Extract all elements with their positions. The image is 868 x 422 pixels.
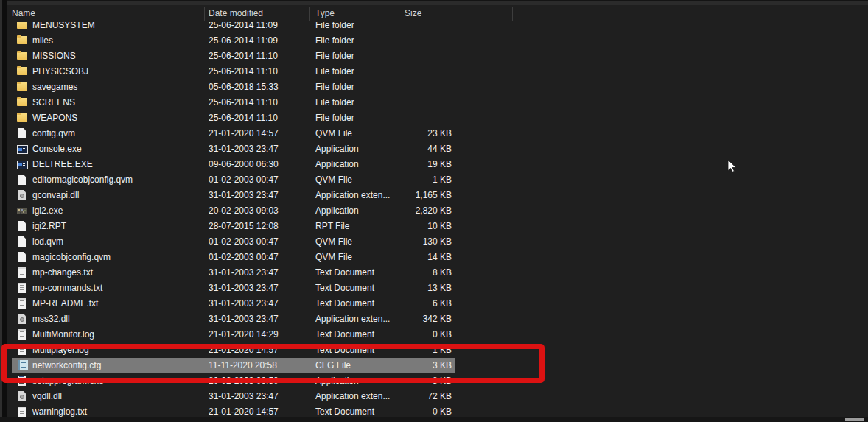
blank-file-icon: [16, 251, 28, 263]
file-row[interactable]: lod.qvm01-02-2003 00:47QVM File130 KB: [12, 234, 455, 250]
date-modified: 31-01-2003 23:47: [209, 265, 279, 281]
annotation-rectangle: [1, 344, 545, 383]
file-row[interactable]: DELTREE.EXE09-06-2000 06:30Application19…: [12, 157, 455, 172]
file-row[interactable]: PHYSICSOBJ25-06-2014 11:10File folder: [12, 64, 455, 80]
folder-icon: [16, 35, 28, 46]
blank-file-icon: [16, 174, 28, 186]
column-separator[interactable]: [309, 7, 310, 21]
text-document-icon: [16, 328, 28, 340]
file-row[interactable]: igi2.RPT28-07-2015 12:08RPT File10 KB: [12, 219, 455, 234]
file-size: [371, 33, 452, 49]
file-name: vqdll.dll: [32, 389, 62, 404]
dll-file-icon: [16, 189, 28, 201]
text-document-icon: [16, 298, 28, 309]
file-size: 44 KB: [371, 141, 452, 157]
file-row[interactable]: Console.exe31-01-2003 23:47Application44…: [12, 141, 455, 157]
file-size: 19 KB: [371, 157, 452, 172]
date-modified: 31-01-2003 23:47: [209, 389, 279, 404]
folder-icon: [16, 66, 28, 77]
file-size: 0 KB: [371, 327, 452, 342]
column-header-type-label: Type: [315, 8, 335, 18]
scrollbar-thumb[interactable]: [845, 418, 864, 421]
file-name: config.qvm: [32, 126, 75, 141]
date-modified: 09-06-2000 06:30: [209, 157, 279, 172]
text-document-icon: [16, 282, 28, 294]
file-name: igi2.RPT: [32, 219, 66, 234]
application-icon: [16, 158, 28, 170]
file-name: igi2.exe: [32, 203, 63, 219]
file-row[interactable]: MP-README.txt31-01-2003 23:47Text Docume…: [12, 296, 455, 312]
text-document-icon: [16, 267, 28, 278]
file-name: PHYSICSOBJ: [32, 64, 88, 80]
file-name: Console.exe: [32, 141, 82, 157]
file-name: WEAPONS: [32, 110, 77, 126]
column-header-name[interactable]: Name: [12, 5, 200, 22]
column-separator[interactable]: [204, 7, 205, 21]
date-modified: 25-06-2014 11:10: [209, 110, 278, 126]
file-row[interactable]: magicobjconfig.qvm01-02-2003 00:47QVM Fi…: [12, 250, 455, 265]
file-row[interactable]: mss32.dll31-01-2003 23:47Application ext…: [12, 312, 455, 327]
folder-icon: [16, 96, 28, 108]
date-modified: 28-07-2015 12:08: [209, 219, 279, 234]
date-modified: 25-06-2014 11:09: [209, 33, 278, 49]
file-size: 72 KB: [371, 389, 452, 404]
date-modified: 25-06-2014 11:10: [209, 49, 278, 64]
date-modified: 31-01-2003 23:47: [209, 141, 279, 157]
date-modified: 01-02-2003 00:47: [209, 250, 279, 265]
file-name: mp-commands.txt: [32, 281, 102, 296]
column-header-date-label: Date modified: [209, 8, 263, 18]
file-size: 1 KB: [371, 172, 452, 188]
date-modified: 25-06-2014 11:10: [209, 95, 278, 110]
file-row[interactable]: WEAPONS25-06-2014 11:10File folder: [12, 110, 455, 126]
file-row[interactable]: config.qvm21-01-2020 14:57QVM File23 KB: [12, 126, 455, 141]
column-separator[interactable]: [396, 7, 396, 21]
file-row[interactable]: gconvapi.dll31-01-2003 23:47Application …: [12, 188, 455, 203]
mouse-cursor-icon: [726, 157, 736, 172]
horizontal-scrollbar[interactable]: [0, 417, 868, 422]
date-modified: 31-01-2003 23:47: [209, 188, 279, 203]
date-modified: 01-02-2003 00:47: [209, 172, 279, 188]
file-name: MP-README.txt: [32, 296, 98, 312]
column-header-type[interactable]: Type: [315, 5, 389, 22]
file-size: 6 KB: [371, 296, 452, 312]
file-row[interactable]: MISSIONS25-06-2014 11:10File folder: [12, 49, 455, 64]
file-size: 14 KB: [371, 250, 452, 265]
column-header-name-label: Name: [12, 8, 35, 18]
file-size: 8 KB: [371, 265, 452, 281]
file-name: savegames: [32, 80, 77, 95]
file-row[interactable]: SCREENS25-06-2014 11:10File folder: [12, 95, 455, 110]
file-size: 1,165 KB: [371, 188, 452, 203]
date-modified: 31-01-2003 23:47: [209, 281, 279, 296]
file-name: MultiMonitor.log: [32, 327, 94, 342]
column-header-date-modified[interactable]: Date modified: [209, 5, 304, 22]
file-row[interactable]: editormagicobjconfig.qvm01-02-2003 00:47…: [12, 172, 455, 188]
folder-icon: [16, 50, 28, 62]
file-row[interactable]: savegames05-06-2018 15:33File folder: [12, 80, 455, 95]
file-row[interactable]: vqdll.dll31-01-2003 23:47Application ext…: [12, 389, 455, 404]
date-modified: 31-01-2003 23:47: [209, 312, 279, 327]
column-separator[interactable]: [512, 7, 513, 21]
dll-file-icon: [16, 390, 28, 402]
file-row[interactable]: mp-changes.txt31-01-2003 23:47Text Docum…: [12, 265, 455, 281]
file-name: editormagicobjconfig.qvm: [32, 172, 133, 188]
folder-icon: [16, 112, 28, 124]
file-explorer-window: Name Date modified Type Size MENUSYSTEM2…: [0, 0, 868, 422]
toolbar-bottom-strip: [0, 1, 868, 5]
file-row[interactable]: igi2.exe20-02-2003 09:03Application2,820…: [12, 203, 455, 219]
application-icon: [16, 143, 28, 155]
file-size: 10 KB: [371, 219, 452, 234]
column-separator[interactable]: [458, 7, 458, 21]
file-name: SCREENS: [32, 95, 75, 110]
file-name: lod.qvm: [32, 234, 63, 250]
file-size: 13 KB: [371, 281, 452, 296]
blank-file-icon: [16, 236, 28, 247]
file-row[interactable]: MultiMonitor.log21-01-2020 14:29Text Doc…: [12, 327, 455, 342]
file-name: MISSIONS: [32, 49, 76, 64]
file-row[interactable]: mp-commands.txt31-01-2003 23:47Text Docu…: [12, 281, 455, 296]
dll-file-icon: [16, 313, 28, 325]
file-row[interactable]: miles25-06-2014 11:09File folder: [12, 33, 455, 49]
file-size: 23 KB: [371, 126, 452, 141]
file-name: mp-changes.txt: [32, 265, 93, 281]
column-header-size[interactable]: Size: [405, 5, 449, 22]
folder-icon: [16, 81, 28, 93]
